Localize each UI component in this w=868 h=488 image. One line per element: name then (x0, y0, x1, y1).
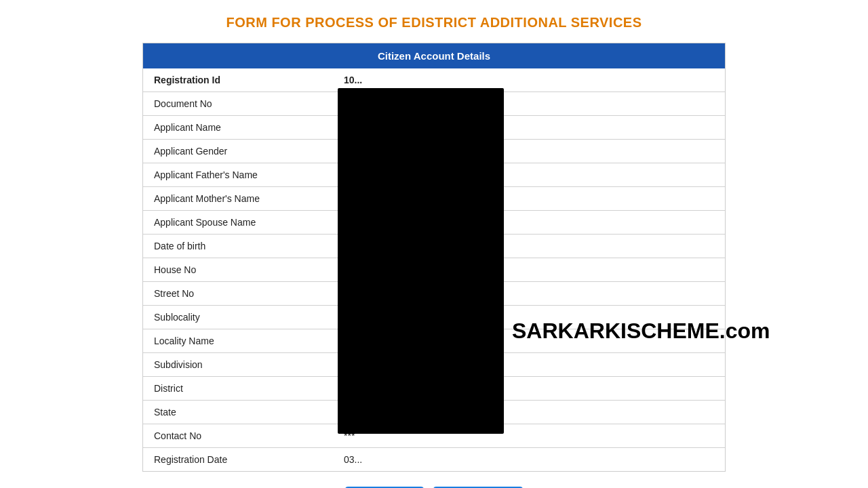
row-label: Sublocality (143, 306, 333, 329)
row-label: Applicant Name (143, 116, 333, 140)
row-label: Applicant Mother's Name (143, 187, 333, 211)
row-label: Street No (143, 282, 333, 306)
row-label: Registration Date (143, 448, 333, 472)
row-label: Locality Name (143, 329, 333, 353)
row-label: House No (143, 258, 333, 282)
row-label: Registration Id (143, 68, 333, 92)
watermark: SARKARKISCHEME.com (512, 319, 770, 344)
row-label: Applicant Father's Name (143, 163, 333, 187)
row-label: Applicant Spouse Name (143, 211, 333, 235)
row-label: Date of birth (143, 235, 333, 258)
row-label: Contact No (143, 424, 333, 448)
row-value: 03... (333, 448, 725, 472)
table-header: Citizen Account Details (143, 43, 725, 68)
row-label: District (143, 377, 333, 401)
row-label: State (143, 401, 333, 424)
privacy-overlay (338, 88, 504, 434)
row-label: Applicant Gender (143, 140, 333, 163)
table-row: Registration Date03... (143, 448, 725, 472)
row-label: Subdivision (143, 353, 333, 377)
page-title: Form for process of Edistrict Additional… (0, 0, 868, 43)
row-label: Document No (143, 92, 333, 116)
